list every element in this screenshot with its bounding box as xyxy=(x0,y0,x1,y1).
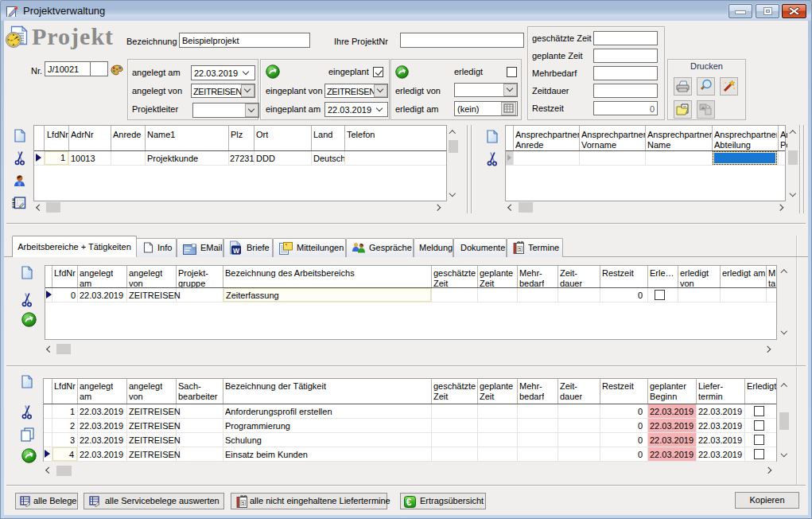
svg-text:€: € xyxy=(406,497,412,508)
